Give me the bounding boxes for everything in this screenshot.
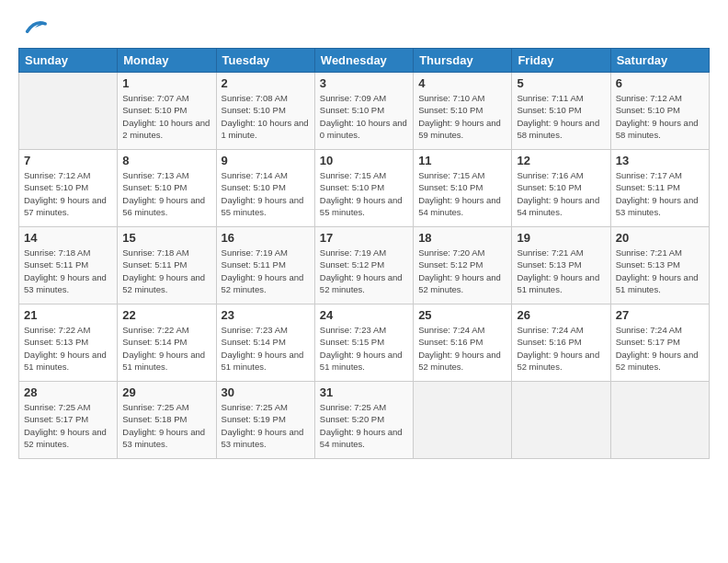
day-info: Sunrise: 7:24 AMSunset: 5:16 PMDaylight:… bbox=[418, 324, 506, 373]
day-info: Sunrise: 7:25 AMSunset: 5:19 PMDaylight:… bbox=[222, 401, 310, 450]
day-info: Sunrise: 7:18 AMSunset: 5:11 PMDaylight:… bbox=[24, 247, 112, 295]
calendar-cell: 18Sunrise: 7:20 AMSunset: 5:12 PMDayligh… bbox=[414, 227, 512, 304]
day-number: 10 bbox=[320, 154, 408, 167]
day-info: Sunrise: 7:24 AMSunset: 5:17 PMDaylight:… bbox=[616, 324, 704, 373]
calendar-cell: 9Sunrise: 7:14 AMSunset: 5:10 PMDaylight… bbox=[216, 150, 314, 227]
day-info: Sunrise: 7:23 AMSunset: 5:14 PMDaylight:… bbox=[222, 324, 310, 373]
calendar-cell: 20Sunrise: 7:21 AMSunset: 5:13 PMDayligh… bbox=[610, 227, 709, 304]
header-day-thursday: Thursday bbox=[414, 49, 512, 73]
week-row-4: 28Sunrise: 7:25 AMSunset: 5:17 PMDayligh… bbox=[19, 382, 710, 459]
day-number: 4 bbox=[418, 76, 506, 90]
day-info: Sunrise: 7:12 AMSunset: 5:10 PMDaylight:… bbox=[616, 92, 704, 141]
day-number: 22 bbox=[122, 308, 210, 322]
calendar-cell bbox=[610, 382, 709, 459]
day-info: Sunrise: 7:09 AMSunset: 5:10 PMDaylight:… bbox=[320, 92, 408, 141]
calendar-cell: 28Sunrise: 7:25 AMSunset: 5:17 PMDayligh… bbox=[19, 382, 118, 459]
header bbox=[18, 15, 710, 40]
calendar-cell: 23Sunrise: 7:23 AMSunset: 5:14 PMDayligh… bbox=[216, 304, 314, 382]
day-number: 14 bbox=[24, 231, 112, 245]
week-row-1: 7Sunrise: 7:12 AMSunset: 5:10 PMDaylight… bbox=[19, 150, 710, 227]
header-day-wednesday: Wednesday bbox=[314, 49, 413, 73]
day-info: Sunrise: 7:10 AMSunset: 5:10 PMDaylight:… bbox=[418, 92, 506, 141]
day-number: 1 bbox=[122, 76, 210, 90]
header-day-friday: Friday bbox=[512, 49, 610, 73]
day-info: Sunrise: 7:25 AMSunset: 5:17 PMDaylight:… bbox=[24, 401, 112, 450]
day-info: Sunrise: 7:19 AMSunset: 5:11 PMDaylight:… bbox=[222, 247, 310, 295]
week-row-3: 21Sunrise: 7:22 AMSunset: 5:13 PMDayligh… bbox=[19, 304, 710, 382]
day-number: 29 bbox=[122, 385, 210, 399]
calendar-cell: 31Sunrise: 7:25 AMSunset: 5:20 PMDayligh… bbox=[314, 382, 413, 459]
calendar-cell: 25Sunrise: 7:24 AMSunset: 5:16 PMDayligh… bbox=[414, 304, 512, 382]
day-number: 25 bbox=[418, 308, 506, 322]
day-info: Sunrise: 7:07 AMSunset: 5:10 PMDaylight:… bbox=[122, 92, 210, 141]
calendar-cell: 21Sunrise: 7:22 AMSunset: 5:13 PMDayligh… bbox=[19, 304, 118, 382]
day-number: 19 bbox=[517, 231, 605, 245]
calendar-cell: 24Sunrise: 7:23 AMSunset: 5:15 PMDayligh… bbox=[314, 304, 413, 382]
calendar-cell: 22Sunrise: 7:22 AMSunset: 5:14 PMDayligh… bbox=[118, 304, 216, 382]
day-number: 6 bbox=[616, 76, 704, 90]
day-info: Sunrise: 7:12 AMSunset: 5:10 PMDaylight:… bbox=[24, 169, 112, 218]
day-number: 13 bbox=[616, 154, 704, 167]
calendar-cell bbox=[512, 382, 610, 459]
day-info: Sunrise: 7:24 AMSunset: 5:16 PMDaylight:… bbox=[517, 324, 605, 373]
day-number: 12 bbox=[517, 154, 605, 167]
day-number: 5 bbox=[517, 76, 605, 90]
week-row-0: 1Sunrise: 7:07 AMSunset: 5:10 PMDaylight… bbox=[19, 73, 710, 150]
day-number: 30 bbox=[222, 385, 310, 399]
calendar-cell: 7Sunrise: 7:12 AMSunset: 5:10 PMDaylight… bbox=[19, 150, 118, 227]
day-number: 16 bbox=[222, 231, 310, 245]
day-number: 8 bbox=[122, 154, 210, 167]
calendar-cell: 6Sunrise: 7:12 AMSunset: 5:10 PMDaylight… bbox=[610, 73, 709, 150]
day-info: Sunrise: 7:11 AMSunset: 5:10 PMDaylight:… bbox=[517, 92, 605, 141]
calendar-cell bbox=[19, 73, 118, 150]
day-info: Sunrise: 7:18 AMSunset: 5:11 PMDaylight:… bbox=[122, 247, 210, 295]
day-info: Sunrise: 7:25 AMSunset: 5:18 PMDaylight:… bbox=[122, 401, 210, 450]
calendar-body: 1Sunrise: 7:07 AMSunset: 5:10 PMDaylight… bbox=[19, 73, 710, 459]
calendar-cell: 10Sunrise: 7:15 AMSunset: 5:10 PMDayligh… bbox=[314, 150, 413, 227]
logo bbox=[18, 15, 48, 40]
day-info: Sunrise: 7:23 AMSunset: 5:15 PMDaylight:… bbox=[320, 324, 408, 373]
day-info: Sunrise: 7:22 AMSunset: 5:14 PMDaylight:… bbox=[122, 324, 210, 373]
calendar-cell: 12Sunrise: 7:16 AMSunset: 5:10 PMDayligh… bbox=[512, 150, 610, 227]
day-info: Sunrise: 7:19 AMSunset: 5:12 PMDaylight:… bbox=[320, 247, 408, 295]
day-number: 17 bbox=[320, 231, 408, 245]
day-info: Sunrise: 7:17 AMSunset: 5:11 PMDaylight:… bbox=[616, 169, 704, 218]
calendar-cell: 15Sunrise: 7:18 AMSunset: 5:11 PMDayligh… bbox=[118, 227, 216, 304]
day-info: Sunrise: 7:14 AMSunset: 5:10 PMDaylight:… bbox=[222, 169, 310, 218]
calendar-cell bbox=[414, 382, 512, 459]
day-number: 28 bbox=[24, 385, 112, 399]
day-info: Sunrise: 7:08 AMSunset: 5:10 PMDaylight:… bbox=[222, 92, 310, 141]
calendar-cell: 11Sunrise: 7:15 AMSunset: 5:10 PMDayligh… bbox=[414, 150, 512, 227]
calendar-cell: 16Sunrise: 7:19 AMSunset: 5:11 PMDayligh… bbox=[216, 227, 314, 304]
header-row: SundayMondayTuesdayWednesdayThursdayFrid… bbox=[19, 49, 710, 73]
calendar-cell: 13Sunrise: 7:17 AMSunset: 5:11 PMDayligh… bbox=[610, 150, 709, 227]
day-number: 21 bbox=[24, 308, 112, 322]
day-info: Sunrise: 7:25 AMSunset: 5:20 PMDaylight:… bbox=[320, 401, 408, 450]
day-number: 15 bbox=[122, 231, 210, 245]
header-day-tuesday: Tuesday bbox=[216, 49, 314, 73]
logo-icon bbox=[22, 15, 48, 40]
day-number: 27 bbox=[616, 308, 704, 322]
calendar-table: SundayMondayTuesdayWednesdayThursdayFrid… bbox=[18, 48, 710, 459]
day-number: 3 bbox=[320, 76, 408, 90]
day-info: Sunrise: 7:16 AMSunset: 5:10 PMDaylight:… bbox=[517, 169, 605, 218]
day-number: 31 bbox=[320, 385, 408, 399]
day-info: Sunrise: 7:21 AMSunset: 5:13 PMDaylight:… bbox=[517, 247, 605, 295]
calendar-cell: 2Sunrise: 7:08 AMSunset: 5:10 PMDaylight… bbox=[216, 73, 314, 150]
header-day-monday: Monday bbox=[118, 49, 216, 73]
day-number: 2 bbox=[222, 76, 310, 90]
calendar-cell: 26Sunrise: 7:24 AMSunset: 5:16 PMDayligh… bbox=[512, 304, 610, 382]
calendar-cell: 17Sunrise: 7:19 AMSunset: 5:12 PMDayligh… bbox=[314, 227, 413, 304]
calendar-cell: 30Sunrise: 7:25 AMSunset: 5:19 PMDayligh… bbox=[216, 382, 314, 459]
day-info: Sunrise: 7:15 AMSunset: 5:10 PMDaylight:… bbox=[320, 169, 408, 218]
day-number: 26 bbox=[517, 308, 605, 322]
page: SundayMondayTuesdayWednesdayThursdayFrid… bbox=[0, 0, 728, 563]
header-day-sunday: Sunday bbox=[19, 49, 118, 73]
week-row-2: 14Sunrise: 7:18 AMSunset: 5:11 PMDayligh… bbox=[19, 227, 710, 304]
header-day-saturday: Saturday bbox=[610, 49, 709, 73]
calendar-header: SundayMondayTuesdayWednesdayThursdayFrid… bbox=[19, 49, 710, 73]
calendar-cell: 3Sunrise: 7:09 AMSunset: 5:10 PMDaylight… bbox=[314, 73, 413, 150]
day-info: Sunrise: 7:21 AMSunset: 5:13 PMDaylight:… bbox=[616, 247, 704, 295]
day-number: 11 bbox=[418, 154, 506, 167]
day-number: 7 bbox=[24, 154, 112, 167]
